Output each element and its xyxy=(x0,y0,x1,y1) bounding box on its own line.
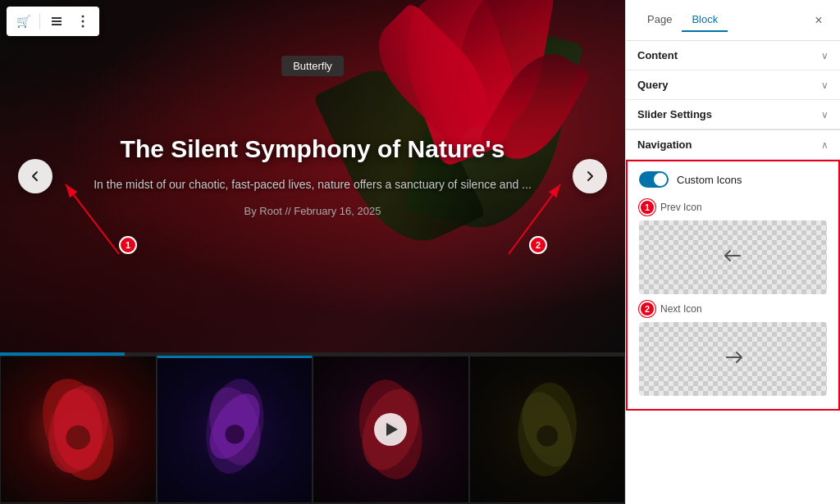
section-content-label: Content xyxy=(637,49,678,61)
tab-page[interactable]: Page xyxy=(637,8,682,32)
step-badge-2: 2 xyxy=(639,301,655,317)
step-badge-1: 1 xyxy=(639,199,655,216)
play-button[interactable] xyxy=(374,413,407,446)
svg-point-4 xyxy=(82,20,84,23)
prev-icon-label: Prev Icon xyxy=(660,202,702,213)
thumb-flower-4 xyxy=(478,365,617,494)
svg-point-22 xyxy=(536,425,558,447)
navigation-content: Custom Icons 1 Prev Icon 2 Next Icon xyxy=(626,160,840,411)
tab-block[interactable]: Block xyxy=(682,8,728,32)
svg-point-5 xyxy=(82,25,84,28)
more-options-btn[interactable] xyxy=(71,10,94,33)
thumb-flower-2 xyxy=(166,366,304,494)
custom-icons-label: Custom Icons xyxy=(677,174,742,186)
canvas-annotation-2: 2 xyxy=(529,236,547,254)
section-navigation-label: Navigation xyxy=(637,138,692,151)
prev-arrow-icon xyxy=(28,169,43,184)
canvas-area: 🛒 Butterf xyxy=(0,0,625,504)
thumbnail-item-3[interactable] xyxy=(313,356,469,503)
slide-excerpt: In the midst of our chaotic, fast-paced … xyxy=(83,175,542,193)
block-toolbar: 🛒 xyxy=(7,7,99,36)
slider-hero: Butterfly The Silent Symphony of Nature'… xyxy=(0,0,625,352)
next-icon-label: Next Icon xyxy=(660,303,702,315)
content-chevron-icon: ∨ xyxy=(821,50,829,61)
svg-rect-2 xyxy=(52,24,62,25)
right-panel: Page Block × Content ∨ Query ∨ Slider Se… xyxy=(625,0,840,504)
navigation-chevron-icon: ∧ xyxy=(821,139,829,151)
section-content[interactable]: Content ∨ xyxy=(626,41,840,70)
next-arrow-button[interactable] xyxy=(573,159,607,193)
more-icon xyxy=(81,15,84,28)
svg-rect-0 xyxy=(52,17,62,19)
prev-icon-label-row: 1 Prev Icon xyxy=(639,199,827,216)
slider-settings-chevron-icon: ∨ xyxy=(821,109,829,120)
next-icon-upload-area[interactable] xyxy=(639,322,827,396)
thumbnail-item-4[interactable] xyxy=(469,356,626,503)
list-icon-btn[interactable] xyxy=(45,10,68,33)
custom-icons-toggle[interactable] xyxy=(639,171,669,188)
next-icon-label-row: 2 Next Icon xyxy=(639,301,827,317)
section-slider-settings[interactable]: Slider Settings ∨ xyxy=(626,100,840,129)
thumbnail-item-2[interactable] xyxy=(157,356,313,503)
canvas-annotation-1: 1 xyxy=(119,236,137,254)
section-navigation: Navigation ∧ Custom Icons 1 Prev Icon xyxy=(626,129,840,411)
section-query[interactable]: Query ∨ xyxy=(626,70,840,100)
svg-point-16 xyxy=(225,425,244,443)
thumbnail-item-1[interactable] xyxy=(0,356,157,503)
section-query-label: Query xyxy=(637,79,669,91)
query-chevron-icon: ∨ xyxy=(821,79,829,91)
slide-meta: By Root // February 16, 2025 xyxy=(83,206,542,218)
prev-arrow-upload-icon xyxy=(722,247,745,269)
slide-content: The Silent Symphony of Nature's In the m… xyxy=(83,134,542,217)
thumb-flower-1 xyxy=(9,365,148,494)
panel-close-button[interactable]: × xyxy=(809,11,829,30)
custom-icons-toggle-row: Custom Icons xyxy=(639,171,827,188)
section-slider-settings-label: Slider Settings xyxy=(637,108,712,120)
svg-point-12 xyxy=(66,425,90,450)
svg-rect-1 xyxy=(52,20,62,22)
cart-icon-btn[interactable]: 🛒 xyxy=(11,10,34,33)
navigation-section-header[interactable]: Navigation ∧ xyxy=(626,130,840,160)
panel-header: Page Block × xyxy=(626,0,840,41)
next-arrow-upload-icon xyxy=(722,348,745,370)
next-arrow-icon xyxy=(582,169,597,184)
thumbnail-strip xyxy=(0,356,625,503)
list-icon xyxy=(50,15,63,28)
slide-title: The Silent Symphony of Nature's xyxy=(83,134,542,164)
svg-point-3 xyxy=(82,16,84,18)
prev-arrow-button[interactable] xyxy=(18,159,52,193)
prev-icon-upload-area[interactable] xyxy=(639,220,827,294)
toolbar-separator xyxy=(39,13,40,30)
slider-tooltip: Butterfly xyxy=(281,56,344,76)
